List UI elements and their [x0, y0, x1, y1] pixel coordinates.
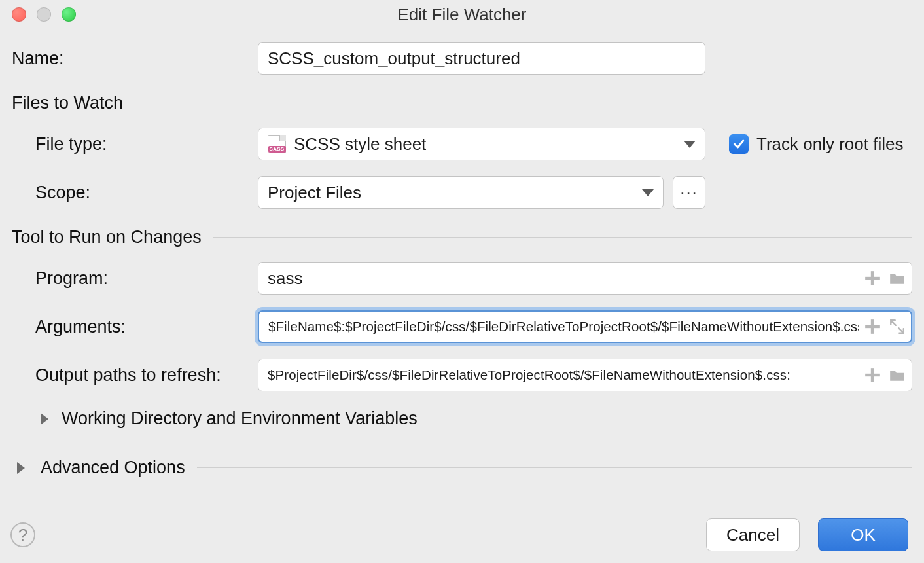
working-env-disclosure[interactable]: Working Directory and Environment Variab… — [41, 409, 912, 429]
file-type-label: File type: — [35, 134, 258, 154]
svg-rect-5 — [865, 374, 880, 376]
name-label: Name: — [12, 48, 258, 69]
section-tool-to-run: Tool to Run on Changes — [12, 227, 912, 247]
window-controls — [12, 7, 76, 22]
file-type-value: SCSS style sheet — [294, 134, 426, 154]
chevron-right-icon — [17, 462, 25, 474]
track-root-checkbox[interactable] — [729, 134, 749, 154]
name-input[interactable] — [258, 42, 705, 75]
help-button[interactable]: ? — [10, 522, 35, 547]
insert-macro-icon[interactable] — [864, 367, 881, 384]
output-paths-input[interactable] — [258, 359, 912, 391]
arguments-label: Arguments: — [35, 317, 258, 337]
titlebar: Edit File Watcher — [0, 0, 924, 29]
section-advanced-options[interactable]: Advanced Options — [17, 458, 912, 478]
scope-value: Project Files — [268, 183, 361, 203]
ok-button[interactable]: OK — [818, 518, 908, 551]
insert-macro-icon[interactable] — [864, 270, 881, 287]
minimize-window-button[interactable] — [37, 7, 51, 22]
chevron-down-icon — [642, 189, 654, 196]
svg-rect-1 — [865, 277, 880, 280]
section-tool-to-run-label: Tool to Run on Changes — [12, 227, 202, 247]
chevron-right-icon — [41, 413, 48, 425]
dialog-button-bar: ? Cancel OK — [0, 507, 924, 563]
browse-folder-icon[interactable] — [889, 367, 906, 384]
svg-rect-3 — [865, 325, 880, 328]
file-type-select[interactable]: SASS SCSS style sheet — [258, 128, 705, 160]
cancel-button[interactable]: Cancel — [706, 518, 800, 551]
arguments-input[interactable] — [258, 310, 912, 343]
close-window-button[interactable] — [12, 7, 26, 22]
program-label: Program: — [35, 268, 258, 289]
window-title: Edit File Watcher — [0, 5, 924, 25]
scope-label: Scope: — [35, 183, 258, 203]
insert-macro-icon[interactable] — [864, 318, 881, 335]
scope-select[interactable]: Project Files — [258, 176, 664, 209]
output-paths-label: Output paths to refresh: — [35, 365, 258, 386]
section-advanced-label: Advanced Options — [41, 458, 185, 478]
divider — [213, 237, 912, 238]
section-files-to-watch: Files to Watch — [12, 93, 912, 113]
working-env-label: Working Directory and Environment Variab… — [62, 409, 418, 429]
track-root-label: Track only root files — [756, 134, 903, 154]
scope-browse-button[interactable]: ... — [673, 176, 705, 209]
program-input[interactable] — [258, 262, 912, 295]
divider — [135, 103, 912, 103]
chevron-down-icon — [684, 141, 696, 148]
divider — [197, 467, 912, 468]
expand-field-icon[interactable] — [889, 318, 906, 335]
section-files-to-watch-label: Files to Watch — [12, 93, 123, 113]
maximize-window-button[interactable] — [62, 7, 76, 22]
browse-folder-icon[interactable] — [889, 270, 906, 287]
sass-file-icon: SASS — [268, 135, 286, 153]
